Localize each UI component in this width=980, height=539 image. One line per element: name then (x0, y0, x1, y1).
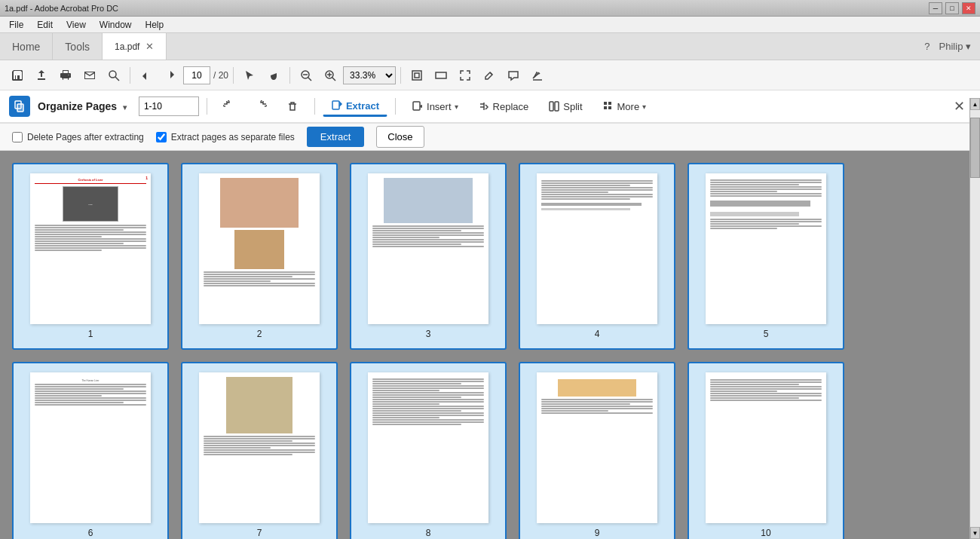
page-number-10: 10 (761, 528, 770, 538)
fit-width-icon (435, 69, 447, 81)
page-thumb-2[interactable]: 2 (181, 163, 338, 350)
tab-home[interactable]: Home (0, 33, 53, 60)
menu-view[interactable]: View (60, 18, 92, 32)
insert-icon (412, 100, 424, 112)
upload-icon (35, 69, 48, 82)
cursor-tool-button[interactable] (238, 64, 261, 87)
help-button[interactable]: ? (924, 41, 929, 52)
zoom-select[interactable]: 33.3% 50% 75% 100% (343, 66, 396, 84)
svg-rect-17 (550, 102, 553, 111)
next-page-icon (165, 70, 176, 81)
page-inner-2 (199, 173, 320, 324)
svg-line-4 (308, 77, 312, 81)
pages-row-1: 1 Cirrhosis of Liver image 1 (12, 163, 968, 350)
svg-rect-18 (555, 102, 559, 111)
page-thumb-1[interactable]: 1 Cirrhosis of Liver image 1 (12, 163, 169, 350)
insert-button[interactable]: Insert ▾ (403, 96, 467, 116)
tab-bar-right: ? Philip ▾ (924, 33, 980, 60)
save-icon (11, 69, 24, 82)
delete-icon (286, 100, 299, 112)
page-range-input[interactable] (139, 96, 199, 116)
more-grid-icon (602, 100, 614, 112)
replace-button[interactable]: Replace (470, 96, 537, 116)
page-thumb-3[interactable]: 3 (350, 163, 507, 350)
document-tab-label: 1a.pdf (115, 41, 139, 52)
print-button[interactable] (54, 64, 77, 87)
hand-tool-button[interactable] (262, 64, 285, 87)
organize-bar: Organize Pages ▾ Extract Insert ▾ Replac… (0, 90, 980, 124)
svg-line-8 (332, 77, 336, 81)
scroll-track[interactable] (970, 110, 980, 527)
close-button[interactable]: ✕ (962, 2, 975, 14)
delete-pages-checkbox[interactable] (12, 132, 23, 142)
svg-line-1 (115, 77, 119, 81)
sign-button[interactable] (526, 64, 549, 87)
page-inner-9 (537, 372, 657, 523)
redo-button[interactable] (247, 96, 275, 116)
upload-button[interactable] (30, 64, 53, 87)
scrollbar[interactable]: ▲ ▼ (969, 98, 980, 539)
page-thumb-9[interactable]: 9 (519, 362, 675, 539)
menu-file[interactable]: File (3, 18, 29, 32)
split-button[interactable]: Split (540, 96, 590, 116)
close-extract-button[interactable]: Close (376, 126, 424, 148)
delete-pages-label[interactable]: Delete Pages after extracting (27, 132, 144, 142)
email-button[interactable] (78, 64, 101, 87)
page-thumb-7[interactable]: 7 (181, 362, 338, 539)
scroll-up-button[interactable]: ▲ (970, 98, 980, 110)
tab-close-button[interactable]: ✕ (145, 41, 154, 51)
page-thumb-8[interactable]: 8 (350, 362, 507, 539)
page-input[interactable] (183, 66, 210, 84)
page-thumb-10[interactable]: 10 (688, 362, 844, 539)
undo-button[interactable] (215, 96, 243, 116)
fit-page-button[interactable] (406, 64, 428, 87)
fullscreen-button[interactable] (454, 64, 476, 87)
extract-submit-button[interactable]: Extract (307, 127, 364, 147)
next-page-button[interactable] (159, 64, 182, 87)
fit-width-button[interactable] (430, 64, 452, 87)
toolbar-sep-2 (233, 67, 234, 84)
user-name[interactable]: Philip ▾ (939, 41, 971, 52)
zoom-in-button[interactable] (319, 64, 341, 87)
extract-button[interactable]: Extract (323, 96, 387, 117)
svg-rect-14 (17, 104, 23, 112)
main-toolbar: / 20 33.3% 50% 75% 100% (0, 60, 980, 90)
svg-rect-20 (608, 102, 611, 105)
split-icon (548, 100, 560, 112)
comment-button[interactable] (502, 64, 525, 87)
delete-page-button[interactable] (278, 96, 307, 116)
search-button[interactable] (103, 64, 125, 87)
page-thumb-5[interactable]: 5 (688, 163, 844, 350)
redo-icon (255, 100, 267, 112)
separate-files-label[interactable]: Extract pages as separate files (171, 132, 295, 142)
organize-close-button[interactable]: ✕ (948, 95, 971, 118)
menu-help[interactable]: Help (139, 18, 170, 32)
organize-title-dropdown[interactable]: ▾ (123, 103, 127, 112)
annotation-button[interactable] (478, 64, 501, 87)
prev-page-button[interactable] (135, 64, 158, 87)
page-thumb-4[interactable]: 4 (519, 163, 675, 350)
page-thumb-6[interactable]: The Human Liver 6 (12, 362, 169, 539)
toolbar-sep-1 (130, 67, 130, 84)
page-input-group: / 20 (183, 66, 228, 84)
zoom-out-button[interactable] (295, 64, 317, 87)
tab-tools[interactable]: Tools (53, 33, 103, 60)
svg-rect-19 (604, 102, 607, 105)
delete-pages-group: Delete Pages after extracting (12, 132, 144, 142)
menu-window[interactable]: Window (93, 18, 138, 32)
toolbar-sep-3 (289, 67, 290, 84)
save-button[interactable] (6, 64, 29, 87)
scroll-down-button[interactable]: ▼ (970, 527, 980, 539)
page-inner-6: The Human Liver (30, 372, 151, 523)
scroll-thumb[interactable] (970, 118, 980, 178)
pages-row-2: The Human Liver 6 (12, 362, 968, 539)
menu-edit[interactable]: Edit (31, 18, 59, 32)
more-button[interactable]: More ▾ (594, 96, 655, 116)
separate-files-checkbox[interactable] (156, 132, 167, 142)
tab-document[interactable]: 1a.pdf ✕ (103, 33, 167, 60)
minimize-button[interactable]: ─ (929, 2, 942, 14)
maximize-button[interactable]: □ (945, 2, 959, 14)
page-inner-8 (368, 372, 488, 523)
app-title: 1a.pdf - Adobe Acrobat Pro DC (5, 4, 118, 13)
page-inner-3 (368, 173, 488, 324)
